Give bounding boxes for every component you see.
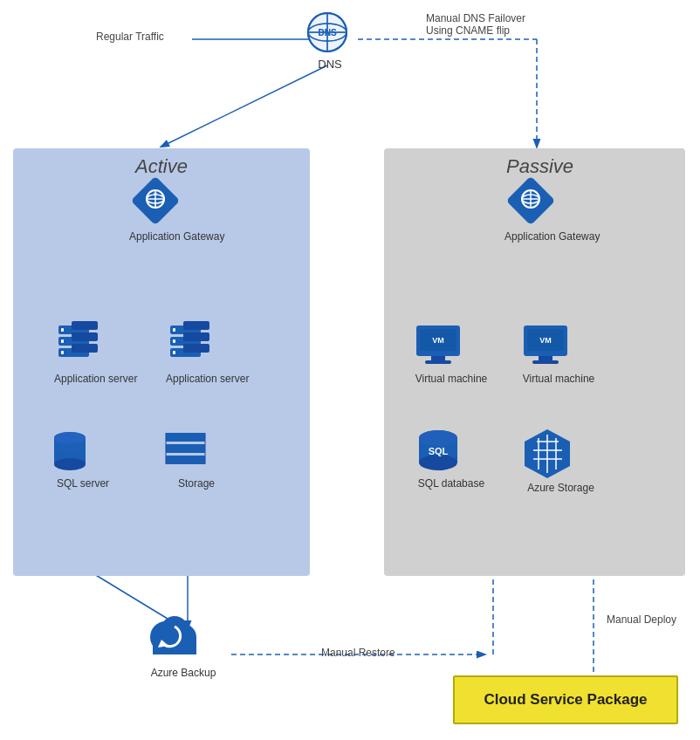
svg-rect-66: [431, 356, 445, 360]
svg-rect-38: [72, 344, 98, 353]
passive-azure-storage-label: Azure Storage: [519, 482, 602, 494]
app-gateway-active-icon: ↔ ↕: [129, 175, 182, 227]
cloud-service-package-box: Cloud Service Package: [453, 675, 678, 724]
svg-rect-42: [173, 328, 175, 332]
sql-database-icon: SQL: [412, 426, 464, 474]
passive-vm-1: VM VM Virtual machine: [412, 321, 491, 385]
svg-line-1: [161, 65, 327, 147]
manual-restore-label: Manual Restore: [321, 644, 395, 660]
svg-rect-45: [183, 321, 209, 330]
manual-deploy-label: Manual Deploy: [607, 611, 676, 627]
passive-app-gateway-label: Application Gateway: [504, 230, 574, 243]
svg-rect-73: [539, 356, 552, 360]
svg-rect-46: [183, 332, 209, 341]
azure-backup-icon: [144, 611, 205, 663]
svg-rect-35: [61, 351, 64, 354]
azure-backup: Azure Backup: [144, 611, 223, 679]
svg-point-50: [54, 458, 86, 470]
svg-text:VM: VM: [539, 336, 552, 345]
svg-point-77: [419, 455, 457, 470]
app-server-1-icon: [54, 321, 106, 369]
active-app-gateway-label: Application Gateway: [129, 230, 199, 243]
svg-rect-54: [166, 444, 205, 453]
svg-point-52: [54, 441, 86, 453]
svg-text:SQL: SQL: [429, 446, 449, 456]
svg-point-78: [419, 430, 457, 446]
svg-rect-44: [173, 351, 175, 354]
active-app-server-2-label: Application server: [166, 373, 244, 385]
svg-rect-33: [61, 328, 64, 332]
azure-backup-label: Azure Backup: [144, 667, 223, 679]
passive-vm-2-label: Virtual machine: [519, 373, 598, 385]
app-gateway-passive-icon: [504, 175, 557, 227]
svg-rect-55: [166, 456, 205, 464]
azure-storage-icon: [519, 426, 576, 478]
active-app-server-1: Application server: [54, 321, 133, 385]
svg-rect-34: [61, 339, 64, 343]
svg-rect-47: [183, 344, 209, 353]
svg-rect-43: [173, 339, 175, 343]
svg-rect-36: [72, 321, 98, 330]
app-server-2-icon: [166, 321, 218, 369]
svg-rect-74: [532, 360, 559, 364]
sql-server-icon: [48, 426, 92, 474]
dns-label: DNS: [304, 58, 356, 71]
cloud-service-label: Cloud Service Package: [484, 691, 647, 709]
vm-2-icon: VM: [519, 321, 572, 369]
active-sql-server-label: SQL server: [48, 477, 118, 490]
passive-sql-db-label: SQL database: [412, 477, 491, 490]
vm-1-icon: VM VM: [412, 321, 464, 369]
active-app-gateway: ↔ ↕ Application Gateway: [129, 175, 199, 243]
active-app-server-1-label: Application server: [54, 373, 133, 385]
storage-icon: [161, 426, 209, 474]
passive-vm-2: VM Virtual machine: [519, 321, 598, 385]
active-app-server-2: Application server: [166, 321, 244, 385]
passive-sql-db: SQL SQL database: [412, 426, 491, 490]
diagram: DNS DNS DNS Regular Traffic Manual DNS F…: [0, 0, 700, 740]
dns-globe-icon: DNS DNS: [304, 9, 351, 56]
active-storage-label: Storage: [161, 477, 231, 490]
manual-dns-label: Manual DNS Failover Using CNAME flip: [426, 12, 525, 37]
passive-app-gateway: Application Gateway: [504, 175, 574, 243]
svg-rect-53: [166, 433, 205, 442]
active-storage: Storage: [161, 426, 231, 490]
dns-icon-container: DNS DNS DNS: [304, 9, 356, 71]
svg-text:VM: VM: [432, 336, 444, 345]
svg-rect-37: [72, 332, 98, 341]
active-sql-server: SQL server: [48, 426, 118, 490]
passive-vm-1-label: Virtual machine: [412, 373, 491, 385]
regular-traffic-label: Regular Traffic: [96, 28, 164, 44]
passive-azure-storage: Azure Storage: [519, 426, 602, 494]
svg-rect-67: [425, 360, 451, 364]
